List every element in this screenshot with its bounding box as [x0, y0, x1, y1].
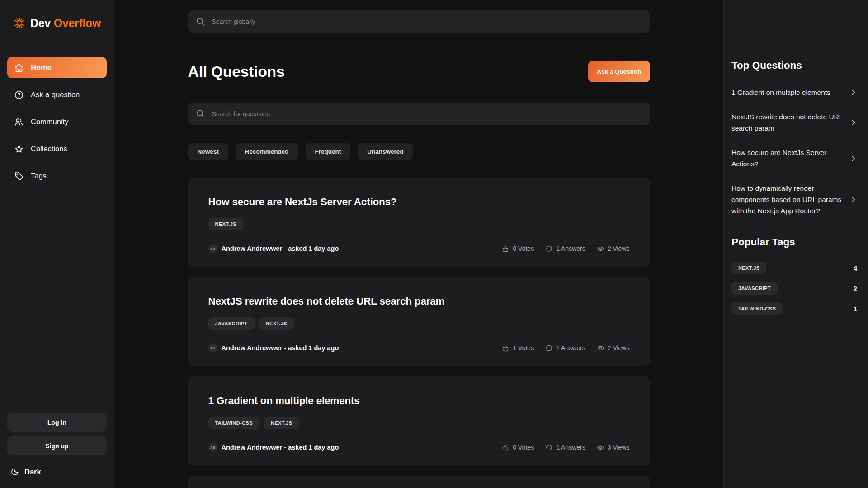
views-stat: 2 Views — [597, 344, 630, 352]
top-question-label: How to dynamically render components bas… — [731, 183, 843, 216]
avatar: AB — [208, 244, 217, 253]
star-icon — [14, 144, 24, 154]
signup-button[interactable]: Sign up — [7, 436, 107, 455]
top-question-item[interactable]: NextJS rewrite does not delete URL searc… — [731, 111, 857, 134]
filter-unanswered[interactable]: Unanswered — [358, 143, 413, 160]
votes-label: 0 Votes — [513, 245, 534, 252]
top-question-item[interactable]: How to dynamically render components bas… — [731, 183, 857, 216]
theme-toggle[interactable]: Dark — [7, 467, 107, 476]
question-title[interactable]: NextJS rewrite does not delete URL searc… — [208, 296, 630, 307]
search-icon — [195, 108, 206, 119]
ask-question-button[interactable]: Ask a Question — [588, 61, 650, 82]
message-icon — [545, 245, 553, 253]
page-title: All Questions — [188, 63, 285, 80]
top-question-item[interactable]: 1 Gradient on multiple elements — [731, 87, 857, 98]
users-icon — [14, 117, 24, 127]
question-card: NextJS rewrite does not delete URL searc… — [188, 277, 650, 366]
sidebar-item-label: Collections — [31, 145, 67, 153]
question-author[interactable]: AB Andrew Andrewwer - asked 1 day ago — [208, 343, 339, 352]
question-title[interactable]: How secure are NextJs Server Actions? — [208, 196, 630, 208]
question-title[interactable]: 1 Gradient on multiple elements — [208, 395, 630, 407]
thumbs-up-icon — [502, 444, 509, 451]
votes-label: 1 Votes — [513, 344, 534, 352]
sidebar-item-ask-question[interactable]: Ask a question — [7, 84, 107, 105]
theme-label: Dark — [24, 468, 41, 476]
sidebar-item-community[interactable]: Community — [7, 111, 107, 132]
tag-icon — [14, 171, 24, 181]
avatar: AB — [208, 443, 217, 452]
sidebar-item-tags[interactable]: Tags — [7, 165, 107, 187]
question-card: How secure are NextJs Server Actions? NE… — [188, 178, 650, 267]
question-stats: 0 Votes 1 Answers — [502, 245, 629, 253]
question-tags: NEXT.JS — [208, 218, 630, 230]
main-content: All Questions Ask a Question Newest Reco… — [114, 0, 723, 488]
question-list: How secure are NextJs Server Actions? NE… — [188, 178, 650, 488]
sidebar-nav: Home Ask a question Community — [7, 57, 107, 187]
eye-icon — [597, 444, 604, 451]
views-label: 2 Views — [608, 245, 630, 252]
brand-logo[interactable]: Dev Overflow — [7, 16, 107, 30]
question-search-input[interactable] — [211, 110, 643, 118]
search-icon — [195, 16, 206, 27]
tag-pill[interactable]: NEXT.JS — [731, 262, 766, 274]
question-meta: AB Andrew Andrewwer - asked 1 day ago 0 … — [208, 443, 630, 452]
popular-tags-list: NEXT.JS 4 JAVASCRIPT 2 TAILWIND-CSS 1 — [731, 262, 857, 315]
tag-pill[interactable]: TAILWIND-CSS — [731, 302, 783, 315]
sunburst-logo-icon — [13, 16, 26, 30]
answers-stat: 1 Answers — [545, 344, 585, 352]
tag-pill[interactable]: TAILWIND-CSS — [208, 417, 259, 429]
left-sidebar: Dev Overflow Home Ask a question — [0, 0, 114, 488]
views-label: 3 Views — [608, 444, 630, 451]
question-meta: AB Andrew Andrewwer - asked 1 day ago 0 … — [208, 244, 630, 253]
views-stat: 3 Views — [597, 444, 630, 451]
question-stats: 1 Votes 1 Answers — [502, 344, 629, 352]
question-stats: 0 Votes 1 Answers — [502, 444, 629, 451]
tag-count: 4 — [854, 264, 857, 272]
question-tags: TAILWIND-CSSNEXT.JS — [208, 417, 630, 429]
sidebar-item-label: Ask a question — [31, 90, 80, 99]
sidebar-footer: Log In Sign up Dark — [7, 413, 107, 476]
sidebar-item-label: Home — [31, 63, 52, 72]
tag-pill[interactable]: NEXT.JS — [259, 317, 294, 330]
chevron-right-icon — [849, 119, 857, 127]
chevron-right-icon — [849, 155, 857, 162]
top-question-label: NextJS rewrite does not delete URL searc… — [731, 111, 843, 134]
question-search-bar — [188, 103, 650, 125]
question-author[interactable]: AB Andrew Andrewwer - asked 1 day ago — [208, 443, 339, 452]
moon-icon — [10, 467, 19, 476]
votes-stat: 0 Votes — [502, 444, 534, 451]
sidebar-item-home[interactable]: Home — [7, 57, 107, 78]
votes-label: 0 Votes — [513, 444, 534, 451]
votes-stat: 0 Votes — [502, 245, 534, 253]
question-author[interactable]: AB Andrew Andrewwer - asked 1 day ago — [208, 244, 339, 253]
views-stat: 2 Views — [597, 245, 630, 253]
filter-recommended[interactable]: Recommended — [236, 143, 298, 160]
filter-newest[interactable]: Newest — [188, 143, 228, 160]
top-question-item[interactable]: How secure are NextJs Server Actions? — [731, 147, 857, 169]
global-search-input[interactable] — [211, 18, 643, 26]
tag-pill[interactable]: JAVASCRIPT — [208, 317, 255, 330]
top-question-label: How secure are NextJs Server Actions? — [731, 147, 843, 169]
author-line: Andrew Andrewwer - asked 1 day ago — [222, 344, 339, 352]
answers-label: 1 Answers — [556, 344, 585, 352]
author-line: Andrew Andrewwer - asked 1 day ago — [222, 444, 339, 451]
filter-frequent[interactable]: Frequent — [306, 143, 351, 160]
answers-label: 1 Answers — [556, 245, 585, 252]
top-questions-list: 1 Gradient on multiple elements NextJS r… — [731, 87, 857, 216]
question-card: 1 Gradient on multiple elements TAILWIND… — [188, 376, 650, 465]
tag-pill[interactable]: JAVASCRIPT — [731, 282, 778, 295]
question-card: How to dynamically render components bas… — [188, 476, 650, 488]
brand-name: Dev Overflow — [30, 17, 101, 30]
chevron-right-icon — [849, 89, 857, 96]
tag-pill[interactable]: NEXT.JS — [264, 417, 299, 429]
login-button[interactable]: Log In — [7, 413, 107, 432]
filter-bar: Newest Recommended Frequent Unanswered — [188, 143, 650, 160]
tag-count: 2 — [854, 285, 857, 292]
sidebar-item-collections[interactable]: Collections — [7, 138, 107, 160]
top-question-label: 1 Gradient on multiple elements — [731, 87, 830, 98]
message-icon — [545, 344, 553, 352]
thumbs-up-icon — [502, 245, 509, 253]
tag-pill[interactable]: NEXT.JS — [208, 218, 243, 230]
tag-count: 1 — [854, 305, 857, 313]
sidebar-item-label: Community — [31, 117, 68, 126]
